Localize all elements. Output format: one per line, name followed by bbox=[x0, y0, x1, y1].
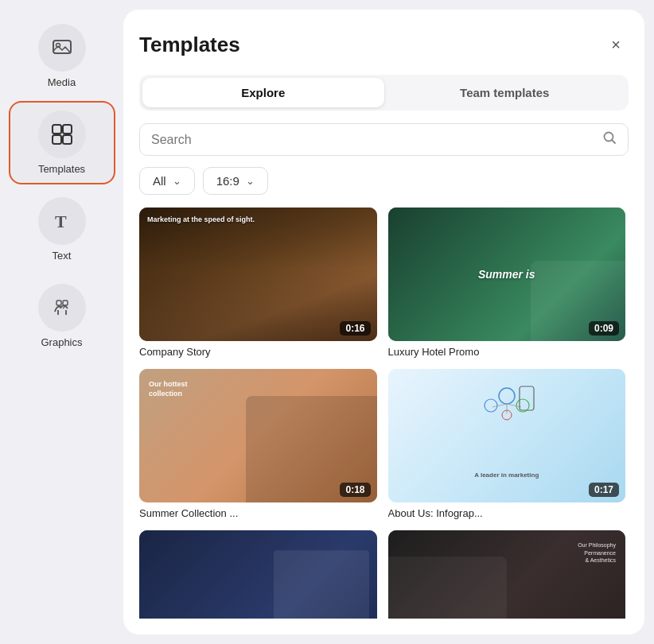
text-icon: T bbox=[51, 210, 73, 232]
svg-line-16 bbox=[507, 404, 521, 407]
svg-rect-0 bbox=[53, 41, 71, 53]
svg-point-12 bbox=[485, 399, 497, 412]
duration-badge-company-story: 0:16 bbox=[340, 321, 370, 336]
svg-rect-8 bbox=[63, 301, 68, 305]
chevron-down-icon-2: ⌄ bbox=[246, 175, 255, 187]
template-thumb-summer-collection: Our hottestcollection 0:18 bbox=[139, 369, 377, 502]
template-thumb-permanence: Our PhilosophyPermanence& Aesthetics 0:0… bbox=[388, 530, 626, 619]
filter-row: All ⌄ 16:9 ⌄ bbox=[139, 167, 629, 195]
sidebar: Media Templates T Text bbox=[0, 0, 123, 644]
search-icon bbox=[602, 130, 617, 149]
panel-header: Templates × bbox=[139, 32, 629, 57]
search-bar bbox=[139, 123, 629, 156]
tab-team-templates[interactable]: Team templates bbox=[384, 78, 626, 107]
svg-line-15 bbox=[492, 404, 507, 407]
template-name-company-story: Company Story bbox=[139, 346, 377, 358]
template-name-luxury-hotel: Luxury Hotel Promo bbox=[388, 346, 626, 358]
templates-panel: Templates × Explore Team templates All ⌄… bbox=[123, 10, 644, 634]
svg-rect-2 bbox=[53, 125, 61, 134]
thumb-text-summer-is: Summer is bbox=[478, 268, 535, 281]
template-card-summer-collection[interactable]: Our hottestcollection 0:18 Summer Collec… bbox=[139, 369, 377, 519]
template-card-company-name[interactable]: Company NameINSURANCE 0:18 Company Name bbox=[139, 530, 377, 619]
duration-badge-summer-collection: 0:18 bbox=[340, 483, 370, 497]
sidebar-item-templates-label: Templates bbox=[38, 163, 85, 175]
chevron-down-icon: ⌄ bbox=[173, 175, 181, 187]
close-button[interactable]: × bbox=[603, 32, 629, 57]
template-thumb-about-us: A leader in marketing 0:17 bbox=[388, 369, 626, 502]
sidebar-item-media[interactable]: Media bbox=[10, 16, 114, 96]
thumb-text-hottest: Our hottestcollection bbox=[149, 380, 188, 398]
ratio-filter[interactable]: 16:9 ⌄ bbox=[203, 167, 268, 195]
tab-bar: Explore Team templates bbox=[139, 75, 629, 111]
svg-line-10 bbox=[612, 140, 615, 143]
svg-rect-5 bbox=[63, 135, 72, 144]
template-card-luxury-hotel[interactable]: Summer is 0:09 Luxury Hotel Promo bbox=[388, 208, 626, 358]
template-name-about-us: About Us: Infograp... bbox=[388, 507, 626, 519]
sidebar-item-text-label: Text bbox=[53, 250, 72, 262]
template-card-about-us[interactable]: A leader in marketing 0:17 About Us: Inf… bbox=[388, 369, 626, 519]
panel-title: Templates bbox=[139, 33, 240, 57]
sidebar-item-graphics-label: Graphics bbox=[41, 336, 82, 348]
svg-text:T: T bbox=[55, 211, 67, 231]
ratio-filter-label: 16:9 bbox=[216, 174, 239, 188]
category-filter-label: All bbox=[153, 174, 166, 188]
duration-badge-luxury-hotel: 0:09 bbox=[589, 321, 619, 336]
category-filter[interactable]: All ⌄ bbox=[139, 167, 195, 195]
templates-icon bbox=[50, 122, 74, 146]
svg-rect-4 bbox=[53, 135, 61, 144]
graphics-icon bbox=[50, 296, 74, 320]
duration-badge-about-us: 0:17 bbox=[589, 483, 619, 497]
svg-rect-3 bbox=[63, 125, 72, 134]
sidebar-item-text[interactable]: T Text bbox=[10, 189, 114, 270]
templates-icon-circle bbox=[38, 111, 86, 158]
template-name-summer-collection: Summer Collection ... bbox=[139, 507, 377, 519]
template-thumb-company-story: Marketing at the speed of sight. 0:16 bbox=[139, 208, 377, 341]
svg-rect-18 bbox=[520, 386, 534, 410]
media-icon-circle bbox=[38, 24, 86, 72]
tab-explore[interactable]: Explore bbox=[142, 78, 384, 107]
thumb-text-marketing: Marketing at the speed of sight. bbox=[147, 215, 255, 223]
template-thumb-company-name: Company NameINSURANCE 0:18 bbox=[139, 530, 377, 619]
template-card-permanence[interactable]: Our PhilosophyPermanence& Aesthetics 0:0… bbox=[388, 530, 626, 619]
graphics-icon-circle bbox=[38, 284, 86, 332]
template-card-company-story[interactable]: Marketing at the speed of sight. 0:16 Co… bbox=[139, 208, 377, 358]
thumb-text-philosophy: Our PhilosophyPermanence& Aesthetics bbox=[578, 541, 616, 564]
svg-rect-7 bbox=[56, 301, 61, 305]
thumb-text-leader: A leader in marketing bbox=[474, 471, 539, 479]
media-icon bbox=[51, 37, 73, 59]
svg-point-11 bbox=[499, 388, 515, 404]
template-thumb-luxury-hotel: Summer is 0:09 bbox=[388, 208, 626, 341]
templates-grid: Marketing at the speed of sight. 0:16 Co… bbox=[139, 208, 629, 619]
sidebar-item-media-label: Media bbox=[48, 76, 76, 88]
search-input[interactable] bbox=[151, 133, 602, 147]
text-icon-circle: T bbox=[38, 197, 86, 245]
sidebar-item-templates[interactable]: Templates bbox=[10, 103, 114, 183]
sidebar-item-graphics[interactable]: Graphics bbox=[10, 276, 114, 356]
